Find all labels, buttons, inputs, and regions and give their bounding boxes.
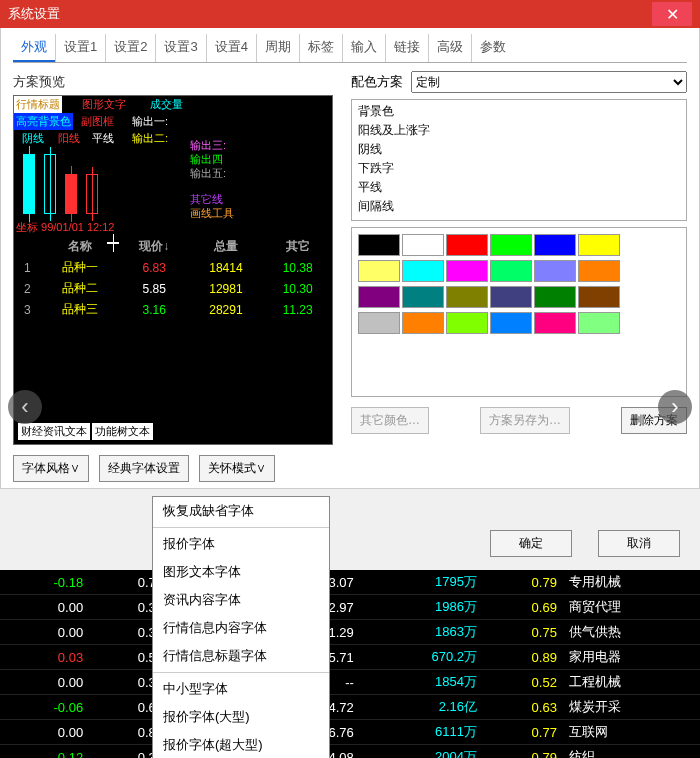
dropdown-item[interactable]: 行情信息内容字体 <box>153 614 329 642</box>
color-swatch[interactable] <box>358 286 400 308</box>
settings-panel: 外观设置1设置2设置3设置4周期标签输入链接高级参数 方案预览 行情标题 图形文… <box>0 28 700 489</box>
tab-8[interactable]: 链接 <box>385 34 428 62</box>
color-swatch[interactable] <box>578 234 620 256</box>
lbl: 高亮背景色 <box>14 113 73 130</box>
tab-1[interactable]: 设置1 <box>55 34 105 62</box>
tab-2[interactable]: 设置2 <box>105 34 155 62</box>
list-item[interactable]: 下跌字 <box>354 159 684 178</box>
lbl: 图形文字 <box>80 96 128 113</box>
preview-tab[interactable]: 财经资讯文本 <box>18 423 90 440</box>
background-table: -0.180.7315.8333.071795万0.79专用机械0.000.31… <box>0 570 700 758</box>
list-item[interactable]: 阴线 <box>354 140 684 159</box>
color-swatch[interactable] <box>446 286 488 308</box>
preview-bottom-tabs: 财经资讯文本功能树文本 <box>18 423 153 440</box>
lbl: 平线 <box>90 130 116 147</box>
lbl: 99/01/01 12:12 <box>41 221 114 233</box>
color-swatch[interactable] <box>358 234 400 256</box>
tab-6[interactable]: 标签 <box>299 34 342 62</box>
font-dropdown-menu: 恢复成缺省字体报价字体图形文本字体资讯内容字体行情信息内容字体行情信息标题字体中… <box>152 496 330 758</box>
tab-4[interactable]: 设置4 <box>206 34 256 62</box>
table-row: 0.000.324.63--1854万0.52工程机械 <box>0 670 700 695</box>
table-row: -0.120.357.5014.082004万0.79纺织 <box>0 745 700 759</box>
list-item[interactable]: 阳线及上涨字 <box>354 121 684 140</box>
preview-table: 名称现价↓总量其它 1品种一6.831841410.382品种二5.851298… <box>14 236 332 320</box>
color-swatch[interactable] <box>402 312 444 334</box>
font-style-button[interactable]: 字体风格∨ <box>13 455 89 482</box>
dropdown-item[interactable]: 资讯内容字体 <box>153 586 329 614</box>
list-item[interactable]: 间隔线 <box>354 197 684 216</box>
list-item[interactable]: 背景色 <box>354 102 684 121</box>
table-row: 0.030.598.0185.71670.2万0.89家用电器 <box>0 645 700 670</box>
prev-arrow-icon[interactable]: ‹ <box>8 390 42 424</box>
table-row: 0.000.394.3111.291863万0.75供气供热 <box>0 620 700 645</box>
color-item-list[interactable]: 背景色阳线及上涨字阴线下跌字平线间隔线 <box>351 99 687 221</box>
preview-tab[interactable]: 功能树文本 <box>92 423 153 440</box>
lbl: 阳线 <box>56 130 82 147</box>
color-swatch[interactable] <box>578 312 620 334</box>
preview-box: 行情标题 图形文字 成交量 高亮背景色 副图框 输出一: 阴线 阳线 平线 输出… <box>13 95 333 445</box>
scheme-label: 配色方案 <box>351 73 403 91</box>
color-swatch[interactable] <box>490 234 532 256</box>
lbl: 画线工具 <box>190 206 234 221</box>
lbl: 副图框 <box>79 113 116 130</box>
color-swatch[interactable] <box>446 312 488 334</box>
color-swatch[interactable] <box>446 234 488 256</box>
lbl: 其它线 <box>190 192 223 207</box>
tab-7[interactable]: 输入 <box>342 34 385 62</box>
scheme-select[interactable]: 定制 <box>411 71 687 93</box>
table-row: -0.060.6413.694.722.16亿0.63煤炭开采 <box>0 695 700 720</box>
tab-10[interactable]: 参数 <box>471 34 514 62</box>
dropdown-item[interactable]: 恢复成缺省字体 <box>153 497 329 525</box>
tab-0[interactable]: 外观 <box>13 34 55 62</box>
next-arrow-icon[interactable]: › <box>658 390 692 424</box>
table-row: 0.000.845.5256.766111万0.77互联网 <box>0 720 700 745</box>
cancel-button[interactable]: 取消 <box>598 530 680 557</box>
color-swatch[interactable] <box>578 286 620 308</box>
dropdown-item[interactable]: 中小型字体 <box>153 675 329 703</box>
lbl: 输出一: <box>130 113 170 130</box>
color-swatch[interactable] <box>534 312 576 334</box>
tab-3[interactable]: 设置3 <box>155 34 205 62</box>
color-swatch[interactable] <box>534 286 576 308</box>
table-row: 1品种一6.831841410.38 <box>14 257 332 278</box>
table-row: 2品种二5.851298110.30 <box>14 278 332 299</box>
dropdown-item[interactable]: 报价字体(大型) <box>153 703 329 731</box>
color-swatch[interactable] <box>402 286 444 308</box>
save-as-button[interactable]: 方案另存为… <box>480 407 570 434</box>
lbl: 成交量 <box>148 96 185 113</box>
lbl: 输出二: <box>130 130 170 147</box>
color-swatch[interactable] <box>578 260 620 282</box>
close-icon[interactable]: ✕ <box>652 2 692 26</box>
ok-button[interactable]: 确定 <box>490 530 572 557</box>
color-swatch[interactable] <box>358 260 400 282</box>
dropdown-item[interactable]: 报价字体 <box>153 530 329 558</box>
preview-label: 方案预览 <box>13 73 65 91</box>
tab-bar: 外观设置1设置2设置3设置4周期标签输入链接高级参数 <box>13 34 687 63</box>
lbl: 输出五: <box>190 166 226 181</box>
table-row: -0.180.7315.8333.071795万0.79专用机械 <box>0 570 700 595</box>
table-row: 3品种三3.162829111.23 <box>14 299 332 320</box>
dropdown-item[interactable]: 行情信息标题字体 <box>153 642 329 670</box>
color-swatch[interactable] <box>490 260 532 282</box>
color-swatch[interactable] <box>358 312 400 334</box>
dropdown-item[interactable]: 报价字体(超大型) <box>153 731 329 758</box>
lbl: 坐标 <box>16 221 38 233</box>
color-swatch[interactable] <box>534 260 576 282</box>
swatch-grid <box>358 234 680 334</box>
lbl: 输出四 <box>190 152 223 167</box>
tab-5[interactable]: 周期 <box>256 34 299 62</box>
color-swatch[interactable] <box>446 260 488 282</box>
color-swatch[interactable] <box>402 234 444 256</box>
care-mode-button[interactable]: 关怀模式∨ <box>199 455 275 482</box>
window-titlebar: 系统设置 ✕ <box>0 0 700 28</box>
color-swatch[interactable] <box>490 286 532 308</box>
table-row: 0.000.312.9122.971986万0.69商贸代理 <box>0 595 700 620</box>
list-item[interactable]: 平线 <box>354 178 684 197</box>
other-color-button[interactable]: 其它颜色… <box>351 407 429 434</box>
classic-font-button[interactable]: 经典字体设置 <box>99 455 189 482</box>
color-swatch[interactable] <box>490 312 532 334</box>
color-swatch[interactable] <box>534 234 576 256</box>
tab-9[interactable]: 高级 <box>428 34 471 62</box>
color-swatch[interactable] <box>402 260 444 282</box>
dropdown-item[interactable]: 图形文本字体 <box>153 558 329 586</box>
